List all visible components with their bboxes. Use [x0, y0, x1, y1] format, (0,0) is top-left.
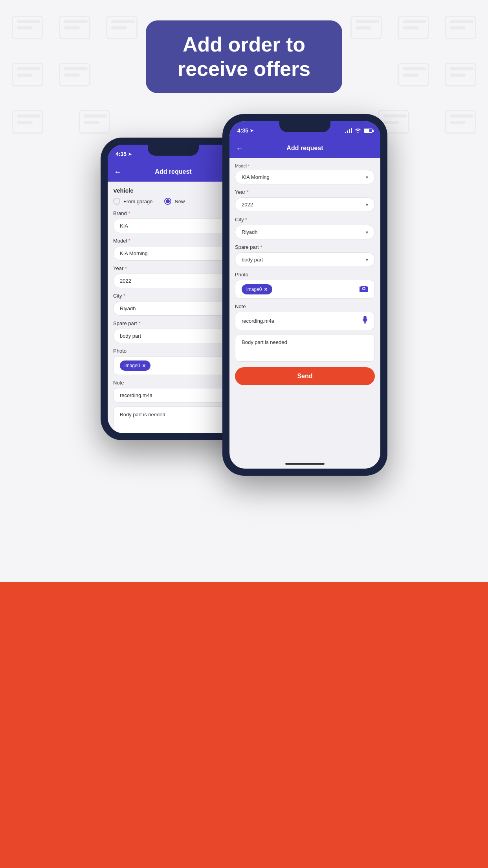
new-option[interactable]: New	[164, 198, 185, 205]
app-title-right: Add request	[286, 145, 323, 152]
new-radio[interactable]	[164, 198, 171, 205]
year-label-right: Year *	[235, 189, 375, 195]
camera-icon-right[interactable]	[360, 285, 368, 294]
app-header-left: ← Add request	[108, 162, 239, 182]
brand-input[interactable]: KIA	[113, 219, 233, 233]
svg-rect-0	[364, 316, 366, 321]
bg-icon-1	[12, 16, 43, 39]
phone-right-screen: 4:35 ➤	[229, 121, 380, 469]
bg-icon-9	[398, 63, 429, 86]
from-garage-label: From garage	[123, 199, 152, 204]
from-garage-radio[interactable]	[113, 198, 120, 205]
bg-icon-7	[12, 63, 43, 86]
bg-icon-10	[445, 63, 476, 86]
spare-part-label-right: Spare part *	[235, 244, 375, 250]
time-right: 4:35 ➤	[237, 127, 253, 134]
city-dropdown-right[interactable]: Riyadh ▾	[235, 225, 375, 239]
phone-right: 4:35 ➤	[222, 114, 387, 476]
note-label-left: Note	[113, 380, 233, 386]
form-left: Vehicle From garage New Brand *	[108, 182, 239, 433]
vehicle-type-group: From garage New	[113, 198, 233, 205]
from-garage-option[interactable]: From garage	[113, 198, 152, 205]
back-button-left[interactable]: ←	[114, 167, 122, 177]
background-bottom	[0, 582, 488, 868]
image-tag-right: image0 ×	[242, 284, 272, 294]
model-dropdown-right[interactable]: KIA Morning ▾	[235, 170, 375, 184]
photo-input-left[interactable]: image0 ×	[113, 356, 233, 375]
wifi-icon	[354, 127, 361, 134]
model-label: Model *	[113, 238, 233, 244]
signal-bars-right	[345, 128, 352, 133]
note-textarea-left[interactable]: Body part is needed	[113, 406, 233, 433]
model-input[interactable]: KIA Morning	[113, 246, 233, 261]
bg-icon-3	[106, 16, 138, 39]
notch-right	[279, 121, 330, 132]
chevron-down-icon-spare: ▾	[366, 257, 368, 263]
photo-input-right[interactable]: image0 ×	[235, 280, 375, 299]
image-tag-left: image0 ×	[120, 360, 150, 371]
time-left: 4:35 ➤	[116, 151, 132, 157]
header-title: Add order to receive offers	[169, 32, 319, 81]
app-title-left: Add request	[155, 168, 191, 175]
battery-icon	[364, 129, 372, 133]
city-label: City *	[113, 293, 233, 299]
bg-icon-5	[398, 16, 429, 39]
photo-label-left: Photo	[113, 348, 233, 354]
remove-image-left[interactable]: ×	[142, 362, 145, 369]
phones-wrapper: 4:35 ➤ ← Add request Vehicle From ga	[0, 114, 488, 476]
bg-icon-8	[59, 63, 90, 86]
back-button-right[interactable]: ←	[236, 144, 244, 153]
header-banner: Add order to receive offers	[146, 20, 342, 93]
bg-icon-6	[445, 16, 476, 39]
location-icon-right: ➤	[250, 128, 253, 133]
bg-icon-4	[350, 16, 382, 39]
bar2	[347, 131, 348, 133]
chevron-down-icon-model: ▾	[366, 175, 368, 180]
home-bar	[285, 463, 325, 465]
year-dropdown-right[interactable]: 2022 ▾	[235, 197, 375, 212]
mic-icon-right[interactable]	[362, 316, 368, 326]
location-icon: ➤	[128, 152, 132, 157]
notch-left	[148, 145, 199, 156]
spare-part-input[interactable]: body part	[113, 329, 233, 343]
bar1	[345, 132, 346, 133]
photo-label-right: Photo	[235, 272, 375, 278]
form-right: Model * KIA Morning ▾ Year * 2022 ▾	[229, 158, 380, 459]
new-label: New	[174, 199, 185, 204]
city-label-right: City *	[235, 217, 375, 223]
chevron-down-icon-city: ▾	[366, 230, 368, 235]
remove-image-right[interactable]: ×	[264, 286, 267, 292]
brand-label: Brand *	[113, 210, 233, 216]
send-button[interactable]: Send	[235, 367, 375, 385]
city-input[interactable]: Riyadh	[113, 301, 233, 316]
vehicle-section-title: Vehicle	[113, 187, 233, 194]
phone-left-screen: 4:35 ➤ ← Add request Vehicle From ga	[108, 145, 239, 433]
year-input[interactable]: 2022	[113, 274, 233, 288]
note-label-right: Note	[235, 303, 375, 309]
app-header-right: ← Add request	[229, 138, 380, 158]
bar4	[351, 128, 352, 133]
model-partial-label: Model *	[235, 164, 375, 168]
chevron-down-icon-year: ▾	[366, 202, 368, 208]
spare-part-dropdown-right[interactable]: body part ▾	[235, 252, 375, 267]
status-icons-right	[345, 127, 372, 134]
home-indicator-right	[229, 459, 380, 469]
note-input-right[interactable]: recording.m4a	[235, 312, 375, 330]
bg-icon-2	[59, 16, 90, 39]
note-input-left[interactable]: recording.m4a	[113, 388, 233, 403]
note-textarea-right[interactable]: Body part is needed	[235, 334, 375, 362]
year-label: Year *	[113, 265, 233, 271]
bar3	[349, 129, 350, 133]
spare-part-label: Spare part *	[113, 320, 233, 326]
